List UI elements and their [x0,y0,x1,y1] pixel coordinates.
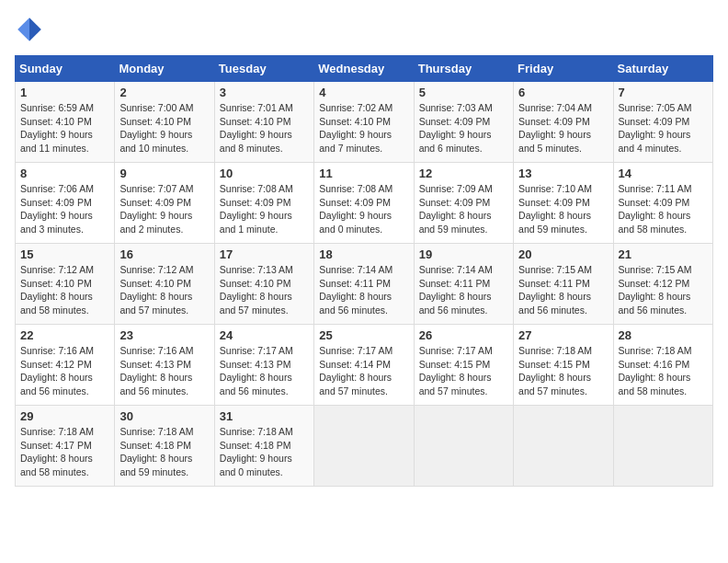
calendar-cell: 14Sunrise: 7:11 AM Sunset: 4:09 PM Dayli… [613,163,712,244]
day-number: 17 [220,247,309,261]
day-number: 8 [20,167,109,180]
day-number: 11 [319,167,408,180]
calendar-cell: 3Sunrise: 7:01 AM Sunset: 4:10 PM Daylig… [214,82,313,163]
col-header-wednesday: Wednesday [314,56,414,82]
day-number: 21 [619,247,708,261]
cell-info: Sunrise: 6:59 AM Sunset: 4:10 PM Dayligh… [20,101,109,155]
calendar-cell [414,406,513,487]
calendar-cell: 20Sunrise: 7:15 AM Sunset: 4:11 PM Dayli… [514,244,613,325]
cell-info: Sunrise: 7:16 AM Sunset: 4:12 PM Dayligh… [20,344,109,398]
calendar-cell: 1Sunrise: 6:59 AM Sunset: 4:10 PM Daylig… [16,82,115,163]
cell-info: Sunrise: 7:10 AM Sunset: 4:09 PM Dayligh… [518,182,608,236]
cell-info: Sunrise: 7:01 AM Sunset: 4:10 PM Dayligh… [220,101,309,155]
calendar-cell: 4Sunrise: 7:02 AM Sunset: 4:10 PM Daylig… [314,82,414,163]
calendar-cell: 13Sunrise: 7:10 AM Sunset: 4:09 PM Dayli… [514,163,613,244]
calendar-cell: 9Sunrise: 7:07 AM Sunset: 4:09 PM Daylig… [115,163,214,244]
cell-info: Sunrise: 7:00 AM Sunset: 4:10 PM Dayligh… [119,101,209,155]
cell-info: Sunrise: 7:14 AM Sunset: 4:11 PM Dayligh… [319,263,408,317]
day-number: 26 [419,328,508,342]
cell-info: Sunrise: 7:17 AM Sunset: 4:14 PM Dayligh… [319,344,408,398]
day-number: 22 [20,328,109,342]
calendar-cell: 26Sunrise: 7:17 AM Sunset: 4:15 PM Dayli… [414,325,513,406]
day-number: 1 [20,86,109,99]
day-number: 25 [319,328,408,342]
cell-info: Sunrise: 7:18 AM Sunset: 4:18 PM Dayligh… [119,425,209,479]
col-header-monday: Monday [115,56,214,82]
day-number: 27 [518,328,608,342]
day-number: 9 [119,167,209,180]
calendar-cell: 12Sunrise: 7:09 AM Sunset: 4:09 PM Dayli… [414,163,513,244]
cell-info: Sunrise: 7:04 AM Sunset: 4:09 PM Dayligh… [518,101,608,155]
calendar-cell [314,406,414,487]
calendar-cell: 31Sunrise: 7:18 AM Sunset: 4:18 PM Dayli… [214,406,313,487]
calendar-cell: 27Sunrise: 7:18 AM Sunset: 4:15 PM Dayli… [514,325,613,406]
cell-info: Sunrise: 7:12 AM Sunset: 4:10 PM Dayligh… [20,263,109,317]
col-header-tuesday: Tuesday [214,56,313,82]
cell-info: Sunrise: 7:18 AM Sunset: 4:17 PM Dayligh… [20,425,109,479]
cell-info: Sunrise: 7:15 AM Sunset: 4:11 PM Dayligh… [518,263,608,317]
svg-marker-1 [17,17,29,41]
calendar-cell: 16Sunrise: 7:12 AM Sunset: 4:10 PM Dayli… [115,244,214,325]
cell-info: Sunrise: 7:18 AM Sunset: 4:18 PM Dayligh… [220,425,309,479]
day-number: 7 [619,86,708,99]
calendar-cell: 24Sunrise: 7:17 AM Sunset: 4:13 PM Dayli… [214,325,313,406]
calendar-cell: 15Sunrise: 7:12 AM Sunset: 4:10 PM Dayli… [16,244,115,325]
day-number: 15 [20,247,109,261]
cell-info: Sunrise: 7:08 AM Sunset: 4:09 PM Dayligh… [319,182,408,236]
calendar-cell: 7Sunrise: 7:05 AM Sunset: 4:09 PM Daylig… [613,82,712,163]
day-number: 18 [319,247,408,261]
day-number: 4 [319,86,408,99]
day-number: 6 [518,86,608,99]
day-number: 20 [518,247,608,261]
calendar-table: SundayMondayTuesdayWednesdayThursdayFrid… [15,55,713,487]
day-number: 13 [518,167,608,180]
day-number: 12 [419,167,508,180]
cell-info: Sunrise: 7:12 AM Sunset: 4:10 PM Dayligh… [119,263,209,317]
svg-marker-0 [29,17,41,41]
day-number: 29 [20,409,109,423]
cell-info: Sunrise: 7:17 AM Sunset: 4:13 PM Dayligh… [220,344,309,398]
cell-info: Sunrise: 7:13 AM Sunset: 4:10 PM Dayligh… [220,263,309,317]
calendar-cell: 19Sunrise: 7:14 AM Sunset: 4:11 PM Dayli… [414,244,513,325]
day-number: 30 [119,409,209,423]
calendar-cell: 29Sunrise: 7:18 AM Sunset: 4:17 PM Dayli… [16,406,115,487]
logo-icon [15,15,44,44]
cell-info: Sunrise: 7:08 AM Sunset: 4:09 PM Dayligh… [220,182,309,236]
page-header [15,15,713,44]
calendar-cell: 23Sunrise: 7:16 AM Sunset: 4:13 PM Dayli… [115,325,214,406]
cell-info: Sunrise: 7:03 AM Sunset: 4:09 PM Dayligh… [419,101,508,155]
cell-info: Sunrise: 7:17 AM Sunset: 4:15 PM Dayligh… [419,344,508,398]
calendar-cell: 11Sunrise: 7:08 AM Sunset: 4:09 PM Dayli… [314,163,414,244]
calendar-cell: 18Sunrise: 7:14 AM Sunset: 4:11 PM Dayli… [314,244,414,325]
col-header-friday: Friday [514,56,613,82]
calendar-cell [613,406,712,487]
col-header-saturday: Saturday [613,56,712,82]
cell-info: Sunrise: 7:06 AM Sunset: 4:09 PM Dayligh… [20,182,109,236]
day-number: 19 [419,247,508,261]
day-number: 23 [119,328,209,342]
day-number: 5 [419,86,508,99]
calendar-cell: 5Sunrise: 7:03 AM Sunset: 4:09 PM Daylig… [414,82,513,163]
day-number: 3 [220,86,309,99]
day-number: 31 [220,409,309,423]
calendar-cell: 25Sunrise: 7:17 AM Sunset: 4:14 PM Dayli… [314,325,414,406]
cell-info: Sunrise: 7:18 AM Sunset: 4:15 PM Dayligh… [518,344,608,398]
day-number: 28 [619,328,708,342]
cell-info: Sunrise: 7:16 AM Sunset: 4:13 PM Dayligh… [119,344,209,398]
col-header-sunday: Sunday [16,56,115,82]
calendar-cell: 21Sunrise: 7:15 AM Sunset: 4:12 PM Dayli… [613,244,712,325]
logo [15,15,48,44]
cell-info: Sunrise: 7:15 AM Sunset: 4:12 PM Dayligh… [619,263,708,317]
calendar-cell: 17Sunrise: 7:13 AM Sunset: 4:10 PM Dayli… [214,244,313,325]
day-number: 14 [619,167,708,180]
calendar-cell: 6Sunrise: 7:04 AM Sunset: 4:09 PM Daylig… [514,82,613,163]
cell-info: Sunrise: 7:05 AM Sunset: 4:09 PM Dayligh… [619,101,708,155]
calendar-cell: 10Sunrise: 7:08 AM Sunset: 4:09 PM Dayli… [214,163,313,244]
day-number: 2 [119,86,209,99]
cell-info: Sunrise: 7:14 AM Sunset: 4:11 PM Dayligh… [419,263,508,317]
calendar-cell: 30Sunrise: 7:18 AM Sunset: 4:18 PM Dayli… [115,406,214,487]
cell-info: Sunrise: 7:02 AM Sunset: 4:10 PM Dayligh… [319,101,408,155]
cell-info: Sunrise: 7:07 AM Sunset: 4:09 PM Dayligh… [119,182,209,236]
cell-info: Sunrise: 7:09 AM Sunset: 4:09 PM Dayligh… [419,182,508,236]
calendar-cell [514,406,613,487]
